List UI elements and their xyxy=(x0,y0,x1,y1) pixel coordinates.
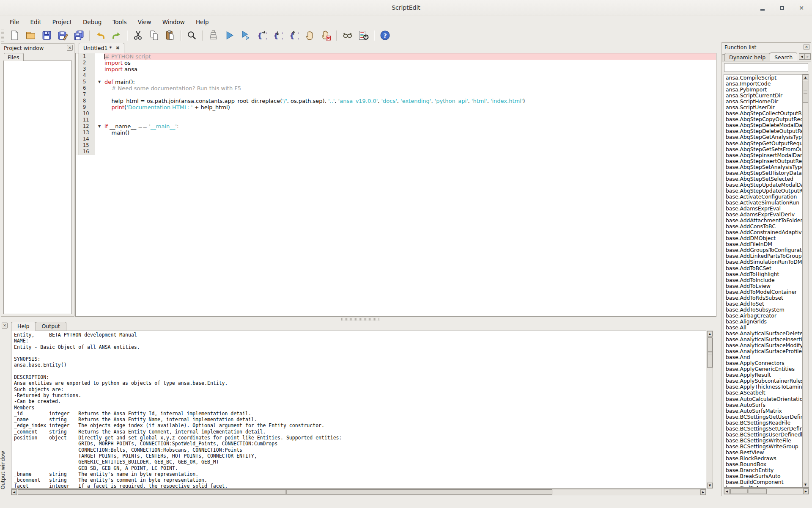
tab-scroll-right-icon[interactable]: ▶ xyxy=(805,53,811,60)
function-list-item[interactable]: base.AutoCalculateOrientatio xyxy=(724,396,802,402)
check-syntax-icon[interactable] xyxy=(207,29,219,42)
tab-search[interactable]: Search xyxy=(770,52,797,61)
tab-close-icon[interactable]: ✖ xyxy=(116,45,120,51)
editor-line-3[interactable]: 3import ansa xyxy=(76,66,716,72)
editor-line-7[interactable]: 7 xyxy=(76,91,716,98)
breakpoint-margin[interactable] xyxy=(76,85,79,91)
scroll-up-icon[interactable]: ▲ xyxy=(803,75,808,80)
editor-line-1[interactable]: 1# PYTHON script xyxy=(76,53,716,60)
breakpoint-margin[interactable] xyxy=(76,53,79,60)
editor-line-14[interactable]: 14 xyxy=(76,136,716,142)
tab-dynamic-help[interactable]: Dynamic help xyxy=(724,53,770,61)
horizontal-splitter[interactable] xyxy=(0,317,721,322)
menu-help[interactable]: Help xyxy=(190,17,214,27)
minimize-icon[interactable] xyxy=(758,3,767,13)
help-vscroll-thumb[interactable] xyxy=(707,337,713,368)
breakpoint-margin[interactable] xyxy=(76,60,79,66)
function-list-item[interactable]: ansa.CompileScript xyxy=(724,75,802,81)
function-list-item[interactable]: base.AbqStepGetOutputRequ xyxy=(724,141,802,146)
menu-edit[interactable]: Edit xyxy=(25,17,47,27)
function-list-item[interactable]: base.AddAttachmentToFolder xyxy=(724,218,802,224)
braces-new-icon[interactable]: { } xyxy=(255,29,268,42)
function-list-item[interactable]: base.AddToRdsSubset xyxy=(724,295,802,301)
help-text-view[interactable]: Entity, BETA PYTHON development ManualNA… xyxy=(11,331,706,489)
function-list-item[interactable]: base.BuildComponent xyxy=(724,479,802,485)
save-all-icon[interactable] xyxy=(72,29,85,42)
splitter-grip-handle[interactable] xyxy=(341,318,380,321)
function-list-item[interactable]: base.AbqStepDeleteModalDa xyxy=(724,122,802,128)
editor-line-9[interactable]: 9 print('Documentation HTML: ' + help_ht… xyxy=(76,104,716,110)
function-list-item[interactable]: base.AnalyticalSurfaceModifyL xyxy=(724,342,802,348)
function-list-item[interactable]: base.BCSettingsWriteFile xyxy=(724,438,802,444)
redo-icon[interactable] xyxy=(110,29,123,42)
cut-icon[interactable] xyxy=(132,29,144,42)
editor-line-10[interactable]: 10 xyxy=(76,110,716,117)
breakpoint-margin[interactable] xyxy=(76,104,79,110)
help-horizontal-scrollbar[interactable]: ◀ ▶ xyxy=(11,489,706,495)
help-icon[interactable]: ? xyxy=(379,29,391,42)
function-search-input[interactable] xyxy=(724,63,808,72)
function-list-item[interactable]: base.AddToModelContainer xyxy=(724,289,802,295)
breakpoint-margin[interactable] xyxy=(76,98,79,104)
function-list-item[interactable]: ansa.PybImport xyxy=(724,87,802,93)
menu-tools[interactable]: Tools xyxy=(107,17,132,27)
function-list-item[interactable]: base.BCSettingsSetUserDefin xyxy=(724,426,802,432)
tab-output[interactable]: Output xyxy=(36,322,66,331)
fold-marker-icon[interactable]: ▼ xyxy=(95,79,104,85)
function-list-item[interactable]: base.AlignGrids xyxy=(724,319,802,325)
output-window-icon[interactable] xyxy=(357,29,370,42)
menu-project[interactable]: Project xyxy=(47,17,77,27)
breakpoint-margin[interactable] xyxy=(76,149,79,155)
function-list-items[interactable]: ansa.CompileScriptansa.ImportCodeansa.Py… xyxy=(724,75,802,487)
function-list-item[interactable]: base.AutoSurfs xyxy=(724,402,802,408)
function-list-item[interactable]: base.AddToInclude xyxy=(724,277,802,283)
editor-line-6[interactable]: 6 # Need some documentation? Run this wi… xyxy=(76,85,716,91)
run-icon[interactable] xyxy=(223,29,236,42)
editor-line-11[interactable]: 11 xyxy=(76,117,716,123)
save-icon[interactable] xyxy=(40,29,53,42)
menu-file[interactable]: File xyxy=(4,17,25,27)
scroll-left-icon[interactable]: ◀ xyxy=(724,489,730,494)
project-window-close-icon[interactable]: ✕ xyxy=(67,45,73,51)
function-list-item[interactable]: base.AirbagCreator xyxy=(724,313,802,319)
function-list-item[interactable]: base.ApplySubcontainerRules xyxy=(724,378,802,384)
maximize-icon[interactable] xyxy=(777,3,787,13)
breakpoint-margin[interactable] xyxy=(76,123,79,130)
function-list-item[interactable]: base.BranchEntity xyxy=(724,467,802,473)
function-list-item[interactable]: base.BestView xyxy=(724,450,802,456)
braces-up-icon[interactable]: { } xyxy=(287,29,300,42)
function-list-vertical-scrollbar[interactable]: ▲ ▼ xyxy=(802,75,809,487)
function-list-item[interactable]: base.AdamsExprEval xyxy=(724,206,802,212)
editor-line-12[interactable]: 12▼if __name__ == '__main__': xyxy=(76,123,716,130)
function-list-item[interactable]: base.AbqStepGetAnalysisType xyxy=(724,134,802,140)
function-list-item[interactable]: base.AddDMObject xyxy=(724,235,802,241)
hand-stop-icon[interactable] xyxy=(319,29,332,42)
function-list-item[interactable]: base.AbqStepUpdateModalDa xyxy=(724,182,802,188)
function-list-item[interactable]: base.BCSettingsUserDefinedk xyxy=(724,432,802,438)
function-list-item[interactable]: base.AbqStepInsertModalDam xyxy=(724,152,802,158)
function-list-item[interactable]: base.AbqStepUpdateOutputR xyxy=(724,188,802,194)
menu-debug[interactable]: Debug xyxy=(77,17,107,27)
function-list-item[interactable]: base.AnalyticalSurfaceProfile xyxy=(724,348,802,354)
undo-icon[interactable] xyxy=(94,29,107,42)
paste-icon[interactable] xyxy=(164,29,176,42)
function-list-item[interactable]: base.AbqStepDeleteOutputRe xyxy=(724,128,802,134)
function-list-close-icon[interactable]: ✕ xyxy=(804,44,809,50)
breakpoint-margin[interactable] xyxy=(76,136,79,142)
function-list-item[interactable]: base.AddSimulationRunToDM xyxy=(724,259,802,265)
help-hscroll-thumb[interactable] xyxy=(18,489,552,495)
help-vertical-scrollbar[interactable]: ▲ ▼ xyxy=(707,331,713,489)
function-list-item[interactable]: base.AddToSubsystem xyxy=(724,307,802,313)
function-list-item[interactable]: ansa.ImportCode xyxy=(724,81,802,87)
function-list-item[interactable]: base.BreakSurfsAuto xyxy=(724,473,802,479)
function-list-item[interactable]: base.BCSettingsWriteGroup xyxy=(724,444,802,450)
function-list-item[interactable]: ansa.ScriptUserDir xyxy=(724,105,802,110)
tab-untitled1[interactable]: Untitled1 * ✖ xyxy=(79,43,124,53)
function-list-item[interactable]: base.AddConsToBC xyxy=(724,224,802,229)
editor-line-2[interactable]: 2import os xyxy=(76,60,716,66)
open-folder-icon[interactable] xyxy=(24,29,37,42)
function-list-item[interactable]: base.ApplyConnectors xyxy=(724,360,802,366)
braces-down-icon[interactable]: { } xyxy=(271,29,284,42)
project-files-list[interactable] xyxy=(3,61,72,314)
function-list-item[interactable]: base.ApplyResult xyxy=(724,372,802,378)
